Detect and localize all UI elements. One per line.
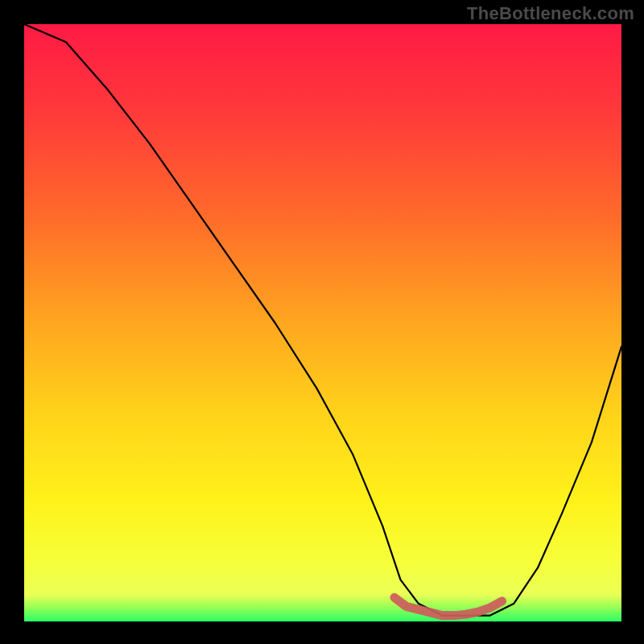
bottleneck-chart bbox=[0, 0, 644, 644]
chart-frame: TheBottleneck.com bbox=[0, 0, 644, 644]
plot-background bbox=[24, 24, 621, 621]
watermark-text: TheBottleneck.com bbox=[467, 3, 634, 24]
